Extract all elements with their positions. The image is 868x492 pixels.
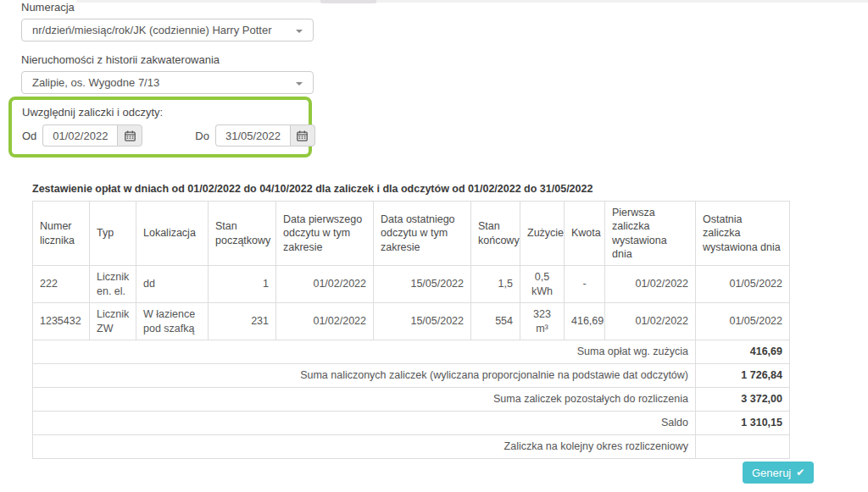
column-header: Pierwsza zaliczka wystawiona dnia bbox=[605, 202, 696, 266]
calendar-icon bbox=[125, 130, 136, 141]
cell-data-ostatniego-odczytu: 15/05/2022 bbox=[374, 266, 471, 303]
report-title: Zestawienie opłat w dniach od 01/02/2022… bbox=[32, 183, 790, 195]
report-section: Zestawienie opłat w dniach od 01/02/2022… bbox=[32, 183, 790, 459]
od-calendar-button[interactable] bbox=[117, 124, 142, 146]
summary-value bbox=[696, 435, 790, 459]
summary-value: 3 372,00 bbox=[696, 388, 790, 412]
od-date-input[interactable] bbox=[42, 124, 117, 146]
calendar-icon bbox=[297, 130, 308, 141]
table-header-row: Numer licznika Typ Lokalizacja Stan pocz… bbox=[33, 202, 790, 266]
cell-data-pierwszego-odczytu: 01/02/2022 bbox=[276, 266, 374, 303]
column-header: Stan końcowy bbox=[471, 202, 520, 266]
cell-numer-licznika: 1235432 bbox=[33, 303, 90, 340]
cell-numer-licznika: 222 bbox=[33, 266, 90, 303]
date-filter-highlight-box: Uwzględnij zaliczki i odczyty: Od Do bbox=[8, 97, 312, 158]
table-row: 222 Licznik en. el. dd 1 01/02/2022 15/0… bbox=[33, 266, 790, 303]
summary-label: Saldo bbox=[33, 412, 696, 435]
cell-stan-poczatkowy: 231 bbox=[209, 303, 276, 340]
cell-stan-poczatkowy: 1 bbox=[209, 266, 276, 303]
numeracja-select[interactable]: nr/dzień/miesiąc/rok/JK (codziennie) Har… bbox=[21, 19, 314, 41]
cut-off-element-fragment bbox=[320, 0, 376, 3]
nieruchomosci-select[interactable]: Zalipie, os. Wygodne 7/13 bbox=[21, 71, 314, 94]
summary-value: 1 726,84 bbox=[696, 364, 790, 388]
cell-lokalizacja: W łazience pod szafką bbox=[136, 303, 209, 340]
cell-ostatnia-zaliczka: 01/05/2022 bbox=[696, 266, 790, 303]
cell-kwota: 416,69 bbox=[565, 303, 605, 340]
cell-kwota: - bbox=[565, 266, 605, 303]
numeracja-label: Numeracja bbox=[21, 1, 314, 14]
cell-stan-koncowy: 554 bbox=[471, 303, 520, 340]
do-date-input[interactable] bbox=[215, 124, 290, 146]
cell-stan-koncowy: 1,5 bbox=[471, 266, 520, 303]
cell-zuzycie: 323 m³ bbox=[520, 303, 565, 340]
column-header: Zużycie bbox=[520, 202, 565, 266]
chevron-down-icon bbox=[296, 82, 303, 86]
cell-zuzycie: 0,5 kWh bbox=[520, 266, 565, 303]
summary-row: Suma opłat wg. zużycia 416,69 bbox=[33, 340, 790, 364]
column-header: Data pierwszego odczytu w tym zakresie bbox=[276, 202, 374, 266]
od-label: Od bbox=[22, 130, 36, 142]
column-header: Kwota bbox=[565, 202, 605, 266]
column-header: Lokalizacja bbox=[136, 202, 209, 266]
summary-label: Suma zaliczek pozostałych do rozliczenia bbox=[33, 388, 696, 412]
date-filter-row: Od Do bbox=[22, 124, 298, 146]
page: Numeracja nr/dzień/miesiąc/rok/JK (codzi… bbox=[0, 0, 868, 492]
summary-label: Suma naliczonych zaliczek (wyliczana pro… bbox=[33, 364, 696, 388]
generuj-button-label: Generuj bbox=[752, 467, 791, 479]
cell-typ: Licznik en. el. bbox=[90, 266, 136, 303]
check-icon: ✔ bbox=[796, 467, 804, 478]
do-calendar-button[interactable] bbox=[290, 124, 315, 146]
summary-label: Suma opłat wg. zużycia bbox=[33, 340, 696, 364]
cell-lokalizacja: dd bbox=[136, 266, 209, 303]
nieruchomosci-selected-value: Zalipie, os. Wygodne 7/13 bbox=[32, 76, 159, 89]
numeracja-selected-value: nr/dzień/miesiąc/rok/JK (codziennie) Har… bbox=[32, 24, 272, 36]
summary-row: Suma zaliczek pozostałych do rozliczenia… bbox=[33, 388, 790, 412]
numeracja-field-group: Numeracja nr/dzień/miesiąc/rok/JK (codzi… bbox=[21, 1, 314, 41]
column-header: Numer licznika bbox=[33, 202, 90, 266]
summary-value: 416,69 bbox=[696, 340, 790, 364]
cell-typ: Licznik ZW bbox=[90, 303, 136, 340]
summary-row: Suma naliczonych zaliczek (wyliczana pro… bbox=[33, 364, 790, 388]
column-header: Typ bbox=[90, 202, 136, 266]
charges-table: Numer licznika Typ Lokalizacja Stan pocz… bbox=[32, 201, 790, 459]
cell-data-ostatniego-odczytu: 15/05/2022 bbox=[374, 303, 471, 340]
nieruchomosci-field-group: Nieruchomości z historii zakwaterowania … bbox=[21, 53, 314, 94]
summary-label: Zaliczka na kolejny okres rozliczeniowy bbox=[33, 435, 696, 459]
nieruchomosci-label: Nieruchomości z historii zakwaterowania bbox=[21, 53, 314, 66]
summary-row: Saldo 1 310,15 bbox=[33, 412, 790, 435]
column-header: Data ostatniego odczytu w tym zakresie bbox=[374, 202, 471, 266]
cell-ostatnia-zaliczka: 01/05/2022 bbox=[696, 303, 790, 340]
chevron-down-icon bbox=[296, 30, 303, 33]
od-input-group bbox=[42, 124, 142, 146]
column-header: Stan początkowy bbox=[209, 202, 276, 266]
column-header: Ostatnia zaliczka wystawiona dnia bbox=[696, 202, 790, 266]
table-row: 1235432 Licznik ZW W łazience pod szafką… bbox=[33, 303, 790, 340]
cell-pierwsza-zaliczka: 01/02/2022 bbox=[605, 303, 696, 340]
cell-data-pierwszego-odczytu: 01/02/2022 bbox=[276, 303, 374, 340]
summary-row: Zaliczka na kolejny okres rozliczeniowy bbox=[33, 435, 790, 459]
summary-value: 1 310,15 bbox=[696, 412, 790, 435]
do-input-group bbox=[215, 124, 315, 146]
cell-pierwsza-zaliczka: 01/02/2022 bbox=[605, 266, 696, 303]
date-filter-title: Uwzględnij zaliczki i odczyty: bbox=[22, 106, 298, 119]
do-label: Do bbox=[195, 130, 209, 142]
generuj-button[interactable]: Generuj ✔ bbox=[743, 462, 814, 484]
